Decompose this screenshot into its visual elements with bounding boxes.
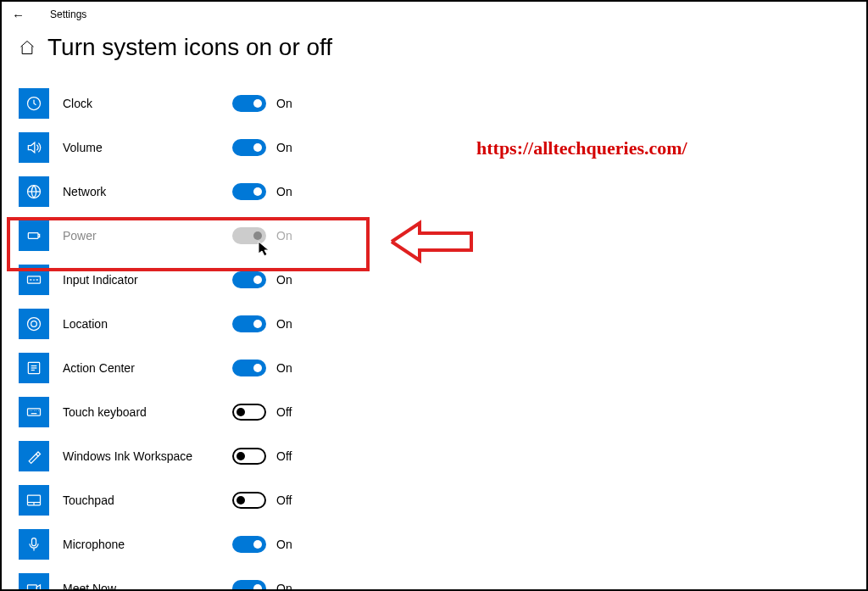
page-title: Turn system icons on or off [47, 34, 332, 61]
svg-rect-2 [28, 233, 38, 239]
action-icon [19, 353, 49, 383]
toggle-state-label: On [276, 361, 292, 375]
setting-row-action: Action CenterOn [19, 346, 849, 390]
network-icon [19, 176, 49, 207]
toggle-power [232, 227, 266, 244]
setting-row-touchpad: TouchpadOff [19, 478, 849, 522]
toggle-volume[interactable] [232, 139, 266, 156]
toggle-state-label: On [276, 317, 292, 331]
toggle-input[interactable] [232, 271, 266, 288]
svg-rect-10 [28, 585, 37, 591]
setting-row-touchkb: Touch keyboardOff [19, 390, 849, 434]
toggle-location[interactable] [232, 315, 266, 332]
mic-icon [19, 529, 49, 560]
content-area: Turn system icons on or off ClockOnVolum… [2, 27, 866, 591]
svg-rect-9 [32, 538, 36, 546]
settings-window: ← Settings Turn system icons on or off C… [0, 0, 868, 591]
url-annotation: https://alltechqueries.com/ [476, 137, 687, 159]
toggle-touchkb[interactable] [232, 404, 266, 421]
toggle-action[interactable] [232, 360, 266, 376]
setting-label: Windows Ink Workspace [63, 449, 232, 463]
svg-point-5 [28, 318, 41, 331]
setting-label: Action Center [63, 361, 232, 375]
toggle-touchpad[interactable] [232, 492, 266, 509]
svg-point-4 [31, 321, 37, 327]
toggle-state-label: Off [276, 493, 292, 507]
setting-label: Meet Now [63, 582, 232, 591]
toggle-meet[interactable] [232, 580, 266, 591]
setting-label: Microphone [63, 538, 232, 551]
setting-row-power: PowerOn [19, 214, 849, 258]
volume-icon [19, 132, 49, 163]
setting-label: Clock [63, 97, 232, 110]
touchpad-icon [19, 485, 49, 516]
setting-label: Location [63, 317, 232, 331]
toggle-network[interactable] [232, 183, 266, 200]
toggle-state-label: On [276, 273, 292, 287]
toggle-state-label: On [276, 97, 292, 110]
setting-row-network: NetworkOn [19, 170, 849, 214]
toggle-clock[interactable] [232, 95, 266, 112]
setting-row-ink: Windows Ink WorkspaceOff [19, 434, 849, 478]
setting-row-clock: ClockOn [19, 81, 849, 125]
touchkb-icon [19, 397, 49, 427]
power-icon [19, 220, 49, 251]
setting-label: Input Indicator [63, 273, 232, 287]
clock-icon [19, 88, 49, 119]
toggle-state-label: Off [276, 405, 292, 419]
app-name-label: Settings [50, 8, 86, 20]
setting-row-mic: MicrophoneOn [19, 522, 849, 566]
back-button[interactable]: ← [12, 8, 25, 21]
toggle-state-label: On [276, 229, 292, 243]
setting-row-volume: VolumeOn [19, 125, 849, 170]
titlebar: ← Settings [2, 2, 866, 27]
toggle-ink[interactable] [232, 448, 266, 465]
toggle-mic[interactable] [232, 536, 266, 553]
toggle-state-label: On [276, 185, 292, 198]
svg-rect-7 [28, 409, 41, 415]
toggle-state-label: On [276, 582, 292, 591]
meet-icon [19, 573, 49, 591]
setting-row-meet: Meet NowOn [19, 566, 849, 591]
setting-label: Power [63, 229, 232, 243]
location-icon [19, 309, 49, 339]
ink-icon [19, 441, 49, 471]
setting-row-input: Input IndicatorOn [19, 258, 849, 302]
setting-label: Touch keyboard [63, 405, 232, 419]
toggle-state-label: On [276, 538, 292, 551]
input-icon [19, 265, 49, 295]
setting-row-location: LocationOn [19, 302, 849, 346]
toggle-state-label: Off [276, 449, 292, 463]
page-header: Turn system icons on or off [19, 34, 849, 61]
setting-label: Volume [63, 141, 232, 154]
setting-label: Touchpad [63, 493, 232, 507]
setting-label: Network [63, 185, 232, 198]
toggle-state-label: On [276, 141, 292, 154]
settings-list: ClockOnVolumeOnNetworkOnPowerOnInput Ind… [19, 81, 849, 591]
home-icon[interactable] [19, 39, 36, 56]
